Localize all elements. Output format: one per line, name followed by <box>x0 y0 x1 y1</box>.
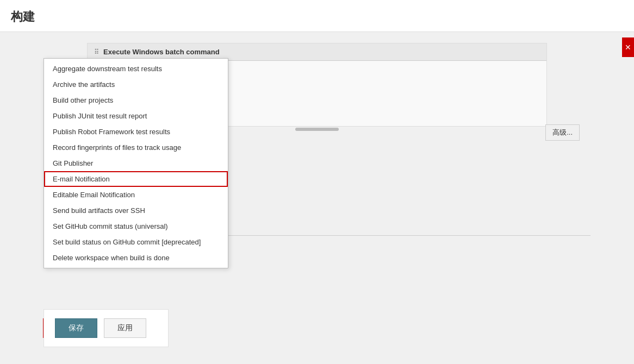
dropdown-item-delete-workspace[interactable]: Delete workspace when build is done <box>44 250 228 266</box>
page-container: 构建 ✕ ⠿ Execute Windows batch command Agg… <box>0 0 634 364</box>
dropdown-menu: Aggregate downstream test resultsArchive… <box>43 58 228 268</box>
build-step-title: Execute Windows batch command <box>103 48 220 56</box>
dropdown-item-archive[interactable]: Archive the artifacts <box>44 77 228 92</box>
dropdown-item-build-other[interactable]: Build other projects <box>44 92 228 108</box>
dropdown-item-set-github-universal[interactable]: Set GitHub commit status (universal) <box>44 218 228 234</box>
dropdown-item-aggregate[interactable]: Aggregate downstream test results <box>44 61 228 77</box>
drag-handle-icon: ⠿ <box>94 48 99 56</box>
dropdown-item-record-fingerprints[interactable]: Record fingerprints of files to track us… <box>44 140 228 155</box>
close-icon: ✕ <box>625 43 631 52</box>
page-title-bar: 构建 <box>0 0 634 32</box>
scrollbar-thumb[interactable] <box>295 128 339 131</box>
dropdown-item-email-notification[interactable]: E-mail Notification <box>44 171 228 187</box>
dropdown-item-git-publisher[interactable]: Git Publisher <box>44 155 228 171</box>
dropdown-item-publish-robot[interactable]: Publish Robot Framework test results <box>44 124 228 140</box>
bottom-actions: 保存 应用 <box>43 309 169 347</box>
dropdown-item-send-ssh[interactable]: Send build artifacts over SSH <box>44 203 228 218</box>
advanced-button[interactable]: 高级... <box>545 124 580 141</box>
dropdown-item-publish-junit[interactable]: Publish JUnit test result report <box>44 108 228 124</box>
main-content: ✕ ⠿ Execute Windows batch command Aggreg… <box>0 37 634 353</box>
save-button[interactable]: 保存 <box>55 318 97 338</box>
dropdown-item-editable-email[interactable]: Editable Email Notification <box>44 187 228 203</box>
page-title: 构建 <box>11 10 35 23</box>
advanced-area: 高级... <box>545 124 580 141</box>
dropdown-item-set-github-deprecated[interactable]: Set build status on GitHub commit [depre… <box>44 234 228 250</box>
close-step-button[interactable]: ✕ <box>622 37 634 57</box>
apply-button[interactable]: 应用 <box>104 318 146 338</box>
